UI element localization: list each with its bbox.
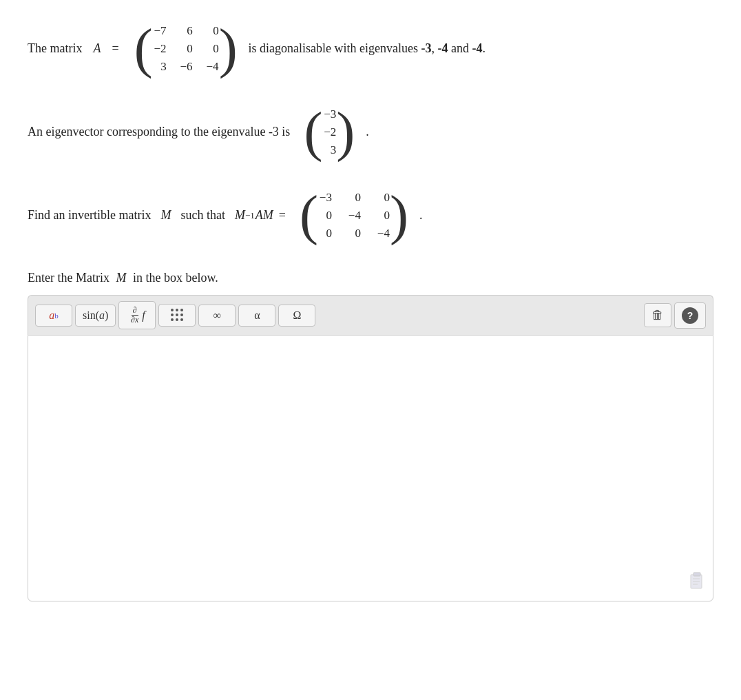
content-area: The matrix A = ( −7 6 0 −2 0 0 3 −6 −4 )… (28, 21, 713, 601)
matrix-d-r2c2: −4 (376, 227, 390, 240)
svg-rect-1 (693, 573, 700, 576)
question-icon: ? (682, 307, 698, 324)
matrix-a-r2c2: −4 (205, 60, 219, 74)
btn-base-a: a (49, 309, 54, 322)
matrix-d-bracket-left: ( (300, 187, 318, 243)
help-button[interactable]: ? (674, 302, 706, 329)
formula-m: M (235, 208, 245, 223)
dot-8 (176, 318, 178, 321)
matrix-d-r2c0: 0 (318, 227, 332, 240)
frac-f-label: f (142, 309, 145, 322)
matrix-a-container: ( −7 6 0 −2 0 0 3 −6 −4 ) (134, 21, 238, 76)
matrix-d-r1c2: 0 (376, 209, 390, 223)
paste-icon (689, 572, 705, 590)
matrix-a-text-after: is diagonalisable with eigenvalues -3, -… (249, 41, 486, 56)
formula-exp: −1 (245, 210, 255, 221)
eigenvector-r2: 3 (322, 143, 336, 157)
matrix-a-r2c1: −6 (179, 60, 193, 74)
matrix-a-bracket-right: ) (219, 21, 238, 76)
dot-5 (176, 313, 178, 316)
math-input-textarea[interactable] (35, 342, 706, 590)
invertible-period: . (419, 208, 423, 223)
dot-9 (180, 318, 183, 321)
alpha-button[interactable]: α (238, 305, 275, 327)
matrix-d-r0c0: −3 (318, 191, 332, 205)
omega-symbol: Ω (293, 309, 301, 322)
invertible-text-such: such that (180, 208, 225, 223)
invertible-matrix-var: M (160, 208, 171, 223)
trash-button[interactable]: 🗑 (644, 303, 671, 327)
matrix-d-bracket-right: ) (390, 187, 408, 243)
section-input: Enter the Matrix M in the box below. ab … (28, 271, 713, 601)
frac-top: ∂ (132, 306, 138, 316)
matrix-a-bracket-left: ( (134, 21, 153, 76)
matrix-a-r0c1: 6 (179, 24, 193, 38)
matrix-a-body: −7 6 0 −2 0 0 3 −6 −4 (153, 24, 219, 74)
omega-button[interactable]: Ω (278, 305, 315, 327)
dot-1 (171, 309, 174, 311)
matrix-a-var: A (93, 41, 101, 56)
eigenvector-body: −3 −2 3 (322, 107, 336, 157)
section-eigenvector: An eigenvector corresponding to the eige… (28, 104, 713, 160)
infinity-symbol: ∞ (213, 309, 221, 322)
eigenvector-r0: −3 (322, 107, 336, 121)
matrix-a-r1c0: −2 (153, 42, 167, 56)
matrix-insert-button[interactable] (158, 304, 196, 327)
partial-derivative-button[interactable]: ∂ ∂x f (118, 301, 156, 329)
dot-2 (176, 309, 178, 311)
matrix-a-r1c1: 0 (179, 42, 193, 56)
enter-label: Enter the Matrix M in the box below. (28, 271, 713, 285)
frac-icon: ∂ ∂x (129, 306, 140, 325)
frac-bot: ∂x (129, 316, 140, 325)
superscript-button[interactable]: ab (35, 305, 72, 327)
infinity-button[interactable]: ∞ (198, 305, 236, 327)
function-button[interactable]: sin(a) (75, 305, 116, 327)
matrix-a-r2c0: 3 (153, 60, 167, 74)
matrix-d-r0c2: 0 (376, 191, 390, 205)
matrix-a-r1c2: 0 (205, 42, 219, 56)
btn-sup-b: b (54, 311, 59, 320)
matrix-d-r1c1: −4 (347, 209, 361, 223)
matrix-d-r2c1: 0 (347, 227, 361, 240)
trash-icon: 🗑 (651, 308, 664, 322)
eigenvector-period: . (366, 125, 369, 139)
enter-label-post: in the box below. (133, 271, 218, 285)
math-toolbar: ab sin(a) ∂ ∂x f (28, 295, 713, 335)
matrix-d-body: −3 0 0 0 −4 0 0 0 −4 (318, 191, 390, 240)
invertible-text-before: Find an invertible matrix (28, 208, 151, 223)
formula-am: AM (255, 208, 273, 223)
btn-sin-label: sin(a) (83, 309, 108, 322)
section-matrix-a: The matrix A = ( −7 6 0 −2 0 0 3 −6 −4 )… (28, 21, 713, 76)
eigenvector-container: ( −3 −2 3 ) (304, 104, 355, 160)
matrix-a-r0c2: 0 (205, 24, 219, 38)
alpha-symbol: α (254, 309, 260, 322)
enter-label-pre: Enter the Matrix (28, 271, 109, 285)
matrix-a-r0c0: −7 (153, 24, 167, 38)
matrix-d-container: ( −3 0 0 0 −4 0 0 0 −4 ) (300, 187, 408, 243)
matrix-d-r1c0: 0 (318, 209, 332, 223)
matrix-d-r0c1: 0 (347, 191, 361, 205)
eigenvector-text-before: An eigenvector corresponding to the eige… (28, 125, 290, 139)
grid-dots-icon (171, 309, 184, 322)
invertible-equals: = (279, 208, 286, 223)
dot-4 (171, 313, 174, 316)
eigenvector-r1: −2 (322, 125, 336, 139)
eigenvector-bracket-left: ( (304, 104, 322, 160)
eigenvector-bracket-right: ) (336, 104, 355, 160)
section-invertible: Find an invertible matrix M such that M−… (28, 187, 713, 243)
dot-3 (180, 309, 183, 311)
dot-7 (171, 318, 174, 321)
math-input-area[interactable] (28, 335, 713, 601)
matrix-a-text-before: The matrix (28, 41, 82, 56)
dot-6 (180, 313, 183, 316)
matrix-a-equals: = (112, 41, 118, 56)
formula-container: M−1AM (235, 208, 273, 223)
enter-matrix-var: M (116, 271, 126, 285)
